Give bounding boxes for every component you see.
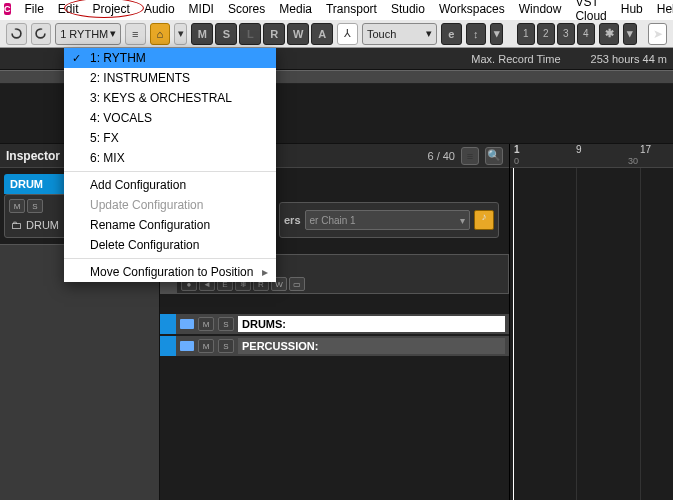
folder-mute-button[interactable]: M	[198, 339, 214, 353]
write-all-button[interactable]: W	[287, 23, 309, 45]
config-item-label: 6: MIX	[90, 151, 125, 165]
chevron-down-icon: ▾	[426, 27, 432, 40]
max-record-time-value: 253 hours 44 m	[591, 53, 667, 65]
gridline	[640, 168, 641, 500]
menu-hub[interactable]: Hub	[621, 2, 643, 16]
ruler-sec-2: 30	[628, 156, 638, 166]
overlap-button[interactable]: ↕	[466, 23, 487, 45]
list-icon: ≡	[132, 28, 138, 40]
config-item-5[interactable]: 5: FX	[64, 128, 276, 148]
config-rename[interactable]: Rename Configuration	[64, 215, 276, 235]
folder-color	[160, 336, 176, 356]
automation-all-button[interactable]: A	[311, 23, 333, 45]
send-bypass-button[interactable]: ♪	[474, 210, 494, 230]
undo-button[interactable]	[6, 23, 27, 45]
undo-icon	[11, 28, 22, 39]
marker-4-button[interactable]: 4	[577, 23, 595, 45]
send-slot-1-label: er Chain 1	[310, 215, 356, 226]
toolbar: 1 RYTHM ▾ ≡ ⌂ ▾ M S L R W A ⅄ Touch ▾ e …	[0, 18, 673, 48]
menubar: C File Edit Project Audio MIDI Scores Me…	[0, 0, 673, 18]
automation-icon-button[interactable]: ⅄	[337, 23, 358, 45]
home-icon: ⌂	[157, 28, 164, 40]
gear-dropdown[interactable]: ▾	[623, 23, 636, 45]
config-add[interactable]: Add Configuration	[64, 175, 276, 195]
config-dropdown-button[interactable]: 1 RYTHM ▾	[55, 23, 121, 45]
solo-all-button[interactable]: S	[215, 23, 237, 45]
marker-3-button[interactable]: 3	[557, 23, 575, 45]
config-item-6[interactable]: 6: MIX	[64, 148, 276, 168]
inspector-empty	[0, 244, 159, 500]
tracklist-filter-button[interactable]: ≡	[461, 147, 479, 165]
pointer-icon: ➤	[653, 27, 663, 41]
overlap-dropdown[interactable]: ▾	[490, 23, 503, 45]
menu-workspaces[interactable]: Workspaces	[439, 2, 505, 16]
timeline-ruler[interactable]: 1 9 17 0 30	[510, 144, 673, 168]
send-slot-1[interactable]: er Chain 1▾	[305, 210, 470, 230]
folder-track-drums[interactable]: M S DRUMS:	[160, 314, 509, 334]
insp-mute-button[interactable]: M	[9, 199, 25, 213]
folder-solo-button[interactable]: S	[218, 317, 234, 331]
config-submenu-label: Move Configuration to Position	[90, 265, 253, 279]
menu-edit[interactable]: Edit	[58, 2, 79, 16]
ruler-bar-3: 17	[640, 144, 651, 155]
menu-media[interactable]: Media	[279, 2, 312, 16]
menu-transport[interactable]: Transport	[326, 2, 377, 16]
redo-icon	[35, 28, 46, 39]
config-item-3[interactable]: 3: KEYS & ORCHESTRAL	[64, 88, 276, 108]
marker-1-button[interactable]: 1	[517, 23, 535, 45]
menu-project[interactable]: Project	[93, 2, 130, 16]
marker-buttons: 1 2 3 4	[517, 23, 595, 45]
folder-icon	[180, 319, 194, 329]
menu-audio[interactable]: Audio	[144, 2, 175, 16]
automation-mode-dropdown[interactable]: Touch ▾	[362, 23, 437, 45]
folder-solo-button[interactable]: S	[218, 339, 234, 353]
config-delete[interactable]: Delete Configuration	[64, 235, 276, 255]
sends-panel: ers er Chain 1▾ ♪	[279, 202, 499, 238]
sends-label: ers	[284, 214, 301, 226]
home-dropdown[interactable]: ▾	[174, 23, 187, 45]
config-dropdown-label: 1 RYTHM	[60, 28, 108, 40]
insp-solo-button[interactable]: S	[27, 199, 43, 213]
menu-studio[interactable]: Studio	[391, 2, 425, 16]
chevron-right-icon: ▸	[262, 265, 268, 279]
menu-midi[interactable]: MIDI	[189, 2, 214, 16]
config-item-4[interactable]: 4: VOCALS	[64, 108, 276, 128]
marker-2-button[interactable]: 2	[537, 23, 555, 45]
config-item-label: 1: RYTHM	[90, 51, 146, 65]
home-button[interactable]: ⌂	[150, 23, 171, 45]
menu-help[interactable]: Help	[657, 2, 673, 16]
menu-window[interactable]: Window	[519, 2, 562, 16]
pointer-tool[interactable]: ➤	[648, 23, 667, 45]
listen-all-button[interactable]: L	[239, 23, 261, 45]
config-item-label: 3: KEYS & ORCHESTRAL	[90, 91, 232, 105]
dropdown-separator	[64, 171, 276, 172]
redo-button[interactable]	[31, 23, 52, 45]
config-action-label: Update Configuration	[90, 198, 203, 212]
arrange-area: 1 9 17 0 30	[510, 144, 673, 500]
check-icon: ✓	[72, 52, 81, 65]
playhead[interactable]	[513, 168, 514, 500]
e-button[interactable]: e	[441, 23, 462, 45]
config-dropdown-menu: ✓ 1: RYTHM 2: INSTRUMENTS 3: KEYS & ORCH…	[64, 48, 276, 282]
gear-button[interactable]: ✱	[599, 23, 620, 45]
max-record-time-label: Max. Record Time	[471, 53, 560, 65]
menu-file[interactable]: File	[25, 2, 44, 16]
folder-track-percussion[interactable]: M S PERCUSSION:	[160, 336, 509, 356]
menu-vstcloud[interactable]: VST Cloud	[575, 0, 606, 23]
folder-icon: 🗀	[11, 219, 22, 231]
power-icon: ♪	[475, 211, 493, 222]
arrange-body[interactable]	[510, 168, 673, 500]
app-logo: C	[4, 3, 11, 15]
config-action-label: Rename Configuration	[90, 218, 210, 232]
folder-mute-button[interactable]: M	[198, 317, 214, 331]
ruler-bar-2: 9	[576, 144, 582, 155]
config-item-1[interactable]: ✓ 1: RYTHM	[64, 48, 276, 68]
read-all-button[interactable]: R	[263, 23, 285, 45]
list-view-button[interactable]: ≡	[125, 23, 146, 45]
tracklist-search-button[interactable]: 🔍	[485, 147, 503, 165]
config-item-2[interactable]: 2: INSTRUMENTS	[64, 68, 276, 88]
menu-scores[interactable]: Scores	[228, 2, 265, 16]
mute-all-button[interactable]: M	[191, 23, 213, 45]
config-move-submenu[interactable]: Move Configuration to Position ▸	[64, 262, 276, 282]
track-lanes-button[interactable]: ▭	[289, 277, 305, 291]
